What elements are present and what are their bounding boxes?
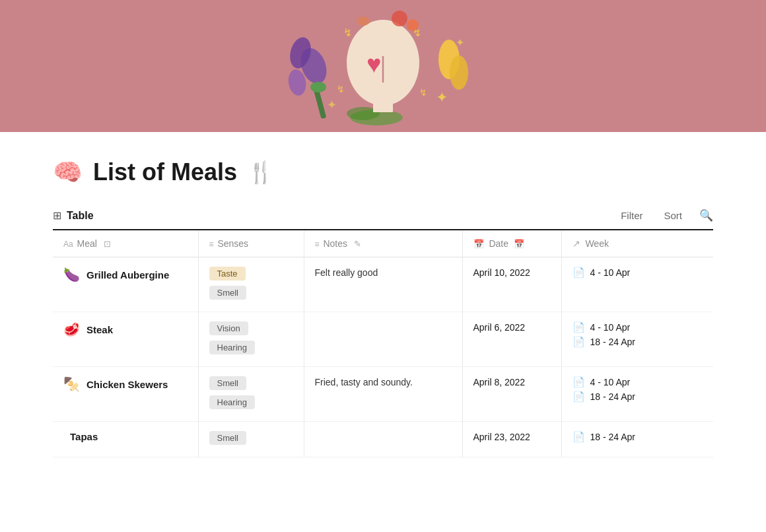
page-content: 🧠 List of Meals 🍴 ⊞ Table Filter Sort 🔍 … xyxy=(0,132,766,484)
svg-text:↯: ↯ xyxy=(337,84,345,94)
meal-cell-0[interactable]: 🍆 Grilled Aubergine xyxy=(53,257,198,312)
sense-tag[interactable]: Taste xyxy=(209,267,246,281)
date-cell-2[interactable]: April 8, 2022 xyxy=(462,367,561,422)
svg-text:✦: ✦ xyxy=(327,98,337,112)
table-row[interactable]: 🍆 Grilled Aubergine TasteSmellFelt reall… xyxy=(53,257,713,312)
page-title-row: 🧠 List of Meals 🍴 xyxy=(53,158,713,186)
date-col-icon2: 📅 xyxy=(514,239,524,249)
week-range: 4 - 10 Apr xyxy=(590,377,631,387)
meal-col-label: Meal xyxy=(77,238,97,249)
date-col-calendar-icon: 📅 xyxy=(473,239,484,249)
table-header-row: Aa Meal ⊡ ≡ Senses ≡ Notes ✎ 📅 Date 📅 xyxy=(53,230,713,257)
week-entry: 📄 4 - 10 Apr xyxy=(573,321,703,333)
svg-text:✦: ✦ xyxy=(456,37,464,48)
meal-emoji: 🥩 xyxy=(63,321,80,337)
table-row[interactable]: Tapas SmellApril 23, 2022 📄 18 - 24 Apr xyxy=(53,422,713,457)
doc-icon: 📄 xyxy=(573,336,585,348)
view-label[interactable]: Table xyxy=(67,210,94,222)
col-header-date[interactable]: 📅 Date 📅 xyxy=(462,230,561,257)
senses-cell-2[interactable]: SmellHearing xyxy=(198,367,304,422)
svg-point-21 xyxy=(407,19,419,31)
sense-tag[interactable]: Hearing xyxy=(209,395,256,409)
date-text: April 10, 2022 xyxy=(473,267,530,278)
week-range: 4 - 10 Apr xyxy=(590,322,631,333)
doc-icon: 📄 xyxy=(573,267,585,279)
notes-cell-0[interactable]: Felt really good xyxy=(304,257,462,312)
week-range: 18 - 24 Apr xyxy=(590,432,636,442)
meal-col-prefix: Aa xyxy=(63,240,73,249)
sense-tag[interactable]: Vision xyxy=(209,321,248,335)
page-title: List of Meals xyxy=(93,158,237,186)
banner: ✦ ✦ ✦ ♥ ↯ ↯ ↯ ↯ xyxy=(0,0,766,132)
notes-cell-3[interactable] xyxy=(304,422,462,457)
table-row[interactable]: 🥩 Steak VisionHearingApril 6, 2022 📄 4 -… xyxy=(53,312,713,367)
senses-cell-0[interactable]: TasteSmell xyxy=(198,257,304,312)
date-cell-3[interactable]: April 23, 2022 xyxy=(462,422,561,457)
table-row[interactable]: 🍢 Chicken Skewers SmellHearingFried, tas… xyxy=(53,367,713,422)
notes-cell-2[interactable]: Fried, tasty and soundy. xyxy=(304,367,462,422)
svg-point-22 xyxy=(357,17,370,26)
sense-tag[interactable]: Smell xyxy=(209,376,247,390)
sense-tag[interactable]: Smell xyxy=(209,286,247,300)
svg-point-6 xyxy=(450,55,468,90)
date-cell-0[interactable]: April 10, 2022 xyxy=(462,257,561,312)
col-header-week[interactable]: ↗ Week xyxy=(561,230,713,257)
week-entry: 📄 18 - 24 Apr xyxy=(573,431,703,443)
date-text: April 8, 2022 xyxy=(473,377,526,387)
week-entry: 📄 18 - 24 Apr xyxy=(573,391,703,403)
doc-icon: 📄 xyxy=(573,321,585,333)
week-cell-2[interactable]: 📄 4 - 10 Apr 📄 18 - 24 Apr xyxy=(561,367,713,422)
senses-cell-3[interactable]: Smell xyxy=(198,422,304,457)
search-button[interactable]: 🔍 xyxy=(699,209,713,222)
svg-text:♥: ♥ xyxy=(366,50,382,78)
filter-button[interactable]: Filter xyxy=(617,207,646,224)
svg-text:↯: ↯ xyxy=(343,27,352,38)
meal-name: Steak xyxy=(87,324,113,335)
doc-icon: 📄 xyxy=(573,376,585,388)
notes-text: Felt really good xyxy=(315,267,378,278)
week-cell-3[interactable]: 📄 18 - 24 Apr xyxy=(561,422,713,457)
svg-point-4 xyxy=(310,82,326,92)
toolbar-left: ⊞ Table xyxy=(53,209,94,222)
notes-text: Fried, tasty and soundy. xyxy=(315,377,413,387)
page-title-icon: 🧠 xyxy=(53,158,83,186)
meal-cell-3[interactable]: Tapas xyxy=(53,422,198,457)
sort-button[interactable]: Sort xyxy=(660,207,686,224)
senses-col-label: Senses xyxy=(217,238,248,249)
data-table: Aa Meal ⊡ ≡ Senses ≡ Notes ✎ 📅 Date 📅 xyxy=(53,230,713,457)
sense-tag[interactable]: Hearing xyxy=(209,341,256,354)
notes-cell-1[interactable] xyxy=(304,312,462,367)
week-entry: 📄 18 - 24 Apr xyxy=(573,336,703,348)
senses-col-prefix: ≡ xyxy=(209,240,214,249)
sense-tag[interactable]: Smell xyxy=(209,431,247,445)
week-range: 4 - 10 Apr xyxy=(590,267,631,278)
senses-cell-1[interactable]: VisionHearing xyxy=(198,312,304,367)
toolbar: ⊞ Table Filter Sort 🔍 xyxy=(53,207,713,230)
week-cell-0[interactable]: 📄 4 - 10 Apr xyxy=(561,257,713,312)
meal-col-icon: ⊡ xyxy=(104,239,111,249)
banner-illustration: ✦ ✦ ✦ ♥ ↯ ↯ ↯ ↯ xyxy=(277,7,489,125)
meal-emoji: 🍢 xyxy=(63,376,80,392)
meal-name: Chicken Skewers xyxy=(87,379,168,390)
date-col-label: Date xyxy=(489,238,508,249)
notes-col-label: Notes xyxy=(323,238,347,249)
week-range: 18 - 24 Apr xyxy=(590,391,636,402)
week-entry: 📄 4 - 10 Apr xyxy=(573,376,703,388)
svg-rect-13 xyxy=(373,99,393,112)
meal-cell-1[interactable]: 🥩 Steak xyxy=(53,312,198,367)
week-cell-1[interactable]: 📄 4 - 10 Apr 📄 18 - 24 Apr xyxy=(561,312,713,367)
table-view-icon: ⊞ xyxy=(53,209,61,222)
week-col-arrow-icon: ↗ xyxy=(573,238,580,249)
col-header-notes[interactable]: ≡ Notes ✎ xyxy=(304,230,462,257)
date-text: April 23, 2022 xyxy=(473,432,530,442)
date-cell-1[interactable]: April 6, 2022 xyxy=(462,312,561,367)
meal-cell-2[interactable]: 🍢 Chicken Skewers xyxy=(53,367,198,422)
col-header-meal[interactable]: Aa Meal ⊡ xyxy=(53,230,198,257)
col-header-senses[interactable]: ≡ Senses xyxy=(198,230,304,257)
page-title-suffix-icon: 🍴 xyxy=(248,160,274,185)
meal-name: Tapas xyxy=(70,431,98,442)
date-text: April 6, 2022 xyxy=(473,322,526,333)
week-col-label: Week xyxy=(585,238,609,249)
notes-col-prefix: ≡ xyxy=(315,240,320,249)
week-entry: 📄 4 - 10 Apr xyxy=(573,267,703,279)
